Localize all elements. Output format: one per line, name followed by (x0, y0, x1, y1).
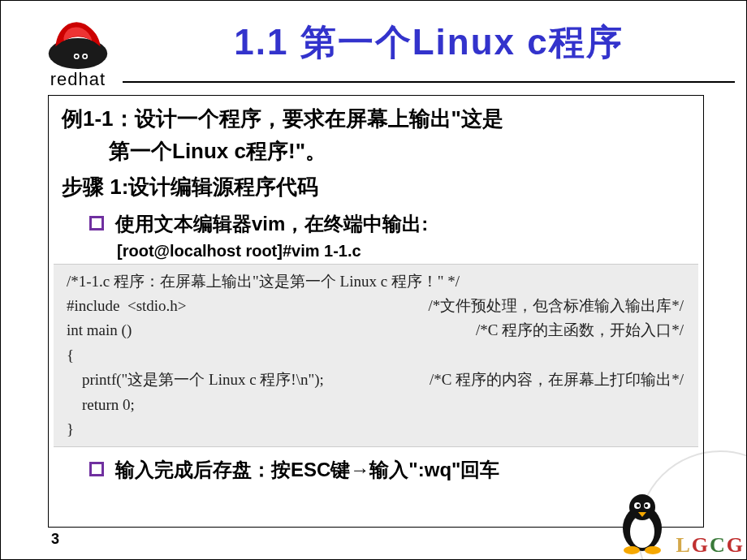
corner-decoration: LGCG (614, 489, 745, 558)
example-line2: 第一个Linux c程序!"。 (62, 135, 698, 167)
svg-point-10 (637, 504, 640, 507)
bullet-2: 输入完成后存盘：按ESC键→输入":wq"回车 (54, 455, 698, 485)
code-line-3-right: /*C 程序的主函数，开始入口*/ (476, 318, 690, 342)
code-snippet: /*1-1.c 程序：在屏幕上输出"这是第一个 Linux c 程序！" */ … (54, 264, 698, 448)
bullet-icon (89, 462, 104, 476)
code-line-1: /*1-1.c 程序：在屏幕上输出"这是第一个 Linux c 程序！" */ (67, 269, 460, 294)
svg-point-12 (624, 546, 640, 554)
bullet-1: 使用文本编辑器vim，在终端中输出: (54, 209, 698, 239)
svg-point-4 (84, 55, 86, 58)
example-line1: 例1-1：设计一个程序，要求在屏幕上输出"这是 (62, 106, 503, 131)
svg-point-11 (645, 504, 648, 507)
bullet-icon (89, 216, 104, 230)
bullet-2-text: 输入完成后存盘：按ESC键→输入":wq"回车 (115, 455, 499, 485)
step-1-title: 步骤 1:设计编辑源程序代码 (54, 173, 698, 201)
code-line-2-right: /*文件预处理，包含标准输入输出库*/ (428, 294, 690, 318)
redhat-icon (41, 7, 114, 74)
corner-text: LGCG (676, 533, 745, 558)
bullet-1-text: 使用文本编辑器vim，在终端中输出: (115, 209, 428, 239)
code-line-3-left: int main () (67, 318, 132, 342)
header: redhat 1.1 第一个Linux c程序 (1, 1, 746, 90)
svg-point-13 (645, 546, 661, 554)
code-line-2-left: #include <stdio.h> (67, 294, 187, 318)
penguin-icon (614, 489, 671, 558)
example-description: 例1-1：设计一个程序，要求在屏幕上输出"这是 第一个Linux c程序!"。 (54, 102, 698, 168)
code-line-4: { (67, 343, 74, 368)
page-number: 3 (51, 531, 59, 548)
code-line-5-left: printf("这是第一个 Linux c 程序!\n"); (67, 368, 324, 392)
redhat-logo: redhat (41, 7, 114, 90)
terminal-command: [root@localhost root]#vim 1-1.c (54, 242, 698, 261)
code-line-7: } (67, 417, 74, 442)
code-line-5-right: /*C 程序的内容，在屏幕上打印输出*/ (430, 368, 690, 392)
svg-point-3 (76, 55, 78, 58)
redhat-label: redhat (50, 69, 106, 90)
slide: redhat 1.1 第一个Linux c程序 例1-1：设计一个程序，要求在屏… (0, 0, 747, 560)
content-box: 例1-1：设计一个程序，要求在屏幕上输出"这是 第一个Linux c程序!"。 … (48, 95, 704, 528)
code-line-6: return 0; (67, 393, 135, 417)
slide-title: 1.1 第一个Linux c程序 (123, 11, 735, 83)
